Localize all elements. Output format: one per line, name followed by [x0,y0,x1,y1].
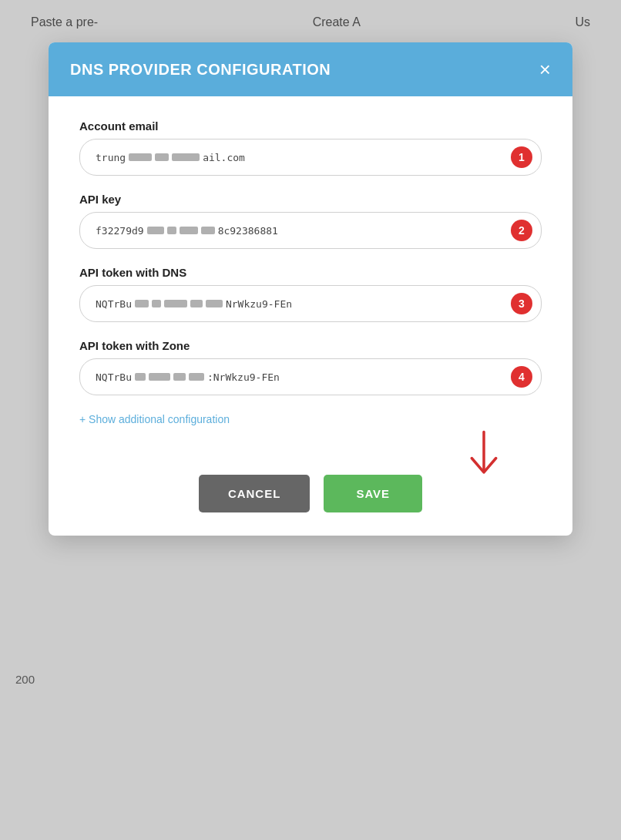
email-prefix: trung [96,152,126,163]
modal-footer: CANCEL SAVE [49,467,572,536]
redact-9 [152,300,161,307]
zone-suffix: :NrWkzu9-FEn [207,371,280,383]
api-token-zone-group: API token with Zone NQTrBu :NrWkzu9-FEn … [79,339,542,395]
dns-provider-modal: DNS PROVIDER CONFIGURATION × Account ema… [49,42,572,536]
api-key-row: f32279d9 8c92386881 2 [79,212,542,249]
cancel-button[interactable]: CANCEL [199,475,310,512]
badge-3: 3 [511,293,532,314]
zone-prefix: NQTrBu [96,371,132,383]
modal-body: Account email trung ail.com 1 [49,96,572,467]
api-key-input[interactable]: f32279d9 8c92386881 [79,212,542,249]
api-token-zone-row: NQTrBu :NrWkzu9-FEn 4 [79,358,542,395]
redact-14 [149,373,170,381]
api-token-dns-group: API token with DNS NQTrBu NrWkzu9-FEn 3 [79,266,542,322]
redact-8 [135,300,149,307]
save-button[interactable]: SAVE [324,475,422,512]
redact-10 [164,300,187,307]
redact-7 [201,227,215,234]
api-token-dns-row: NQTrBu NrWkzu9-FEn 3 [79,285,542,322]
account-email-group: Account email trung ail.com 1 [79,119,542,176]
api-key-prefix: f32279d9 [96,225,144,237]
api-token-zone-input[interactable]: NQTrBu :NrWkzu9-FEn [79,358,542,395]
modal-header: DNS PROVIDER CONFIGURATION × [49,42,572,96]
email-suffix: ail.com [203,152,245,163]
redact-4 [147,227,164,234]
api-key-suffix: 8c92386881 [218,225,278,237]
api-token-dns-label: API token with DNS [79,266,542,279]
bottom-left-label: 200 [15,673,35,686]
redact-6 [180,227,198,234]
redact-16 [189,373,204,381]
modal-title: DNS PROVIDER CONFIGURATION [70,61,331,79]
api-token-zone-label: API token with Zone [79,339,542,352]
close-button[interactable]: × [539,59,551,79]
redact-12 [206,300,223,307]
modal-overlay: DNS PROVIDER CONFIGURATION × Account ema… [0,0,621,840]
account-email-label: Account email [79,119,542,133]
account-email-input[interactable]: trung ail.com [79,139,542,176]
api-key-label: API key [79,193,542,206]
badge-4: 4 [511,366,532,388]
redact-3 [172,153,200,161]
redact-13 [135,373,146,381]
account-email-row: trung ail.com 1 [79,139,542,176]
redact-1 [129,153,152,161]
badge-1: 1 [511,146,532,168]
api-key-group: API key f32279d9 8c92386881 2 [79,193,542,249]
show-additional-config-link[interactable]: + Show additional configuration [79,413,230,425]
redact-15 [173,373,186,381]
redact-2 [155,153,169,161]
badge-2: 2 [511,220,532,241]
dns-suffix: NrWkzu9-FEn [226,298,292,310]
redact-11 [190,300,203,307]
dns-prefix: NQTrBu [96,298,132,310]
redact-5 [167,227,176,234]
api-token-dns-input[interactable]: NQTrBu NrWkzu9-FEn [79,285,542,322]
